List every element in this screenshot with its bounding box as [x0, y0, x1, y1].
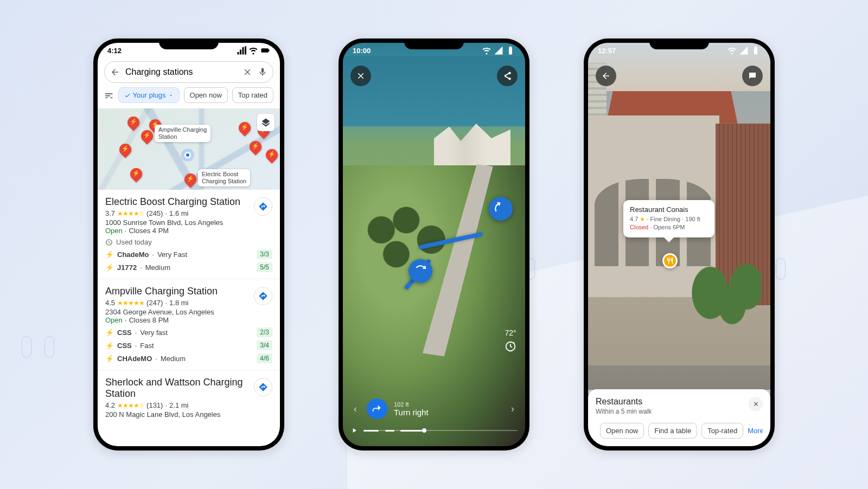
- back-button[interactable]: [596, 66, 616, 86]
- nav-instruction-bar: ‹ 102 ft Turn right ›: [350, 398, 518, 419]
- clear-icon[interactable]: [242, 67, 252, 77]
- battery-icon: [751, 46, 761, 55]
- directions-icon: [258, 291, 268, 301]
- filter-open-now[interactable]: Open now: [184, 87, 228, 103]
- plug-row: ⚡ChadeMo · Very Fast 3/3: [105, 249, 272, 259]
- route-arrow-icon: [409, 259, 432, 283]
- map-pin[interactable]: [263, 146, 280, 163]
- plug-row: ⚡CSS · Very fast 2/3: [105, 327, 272, 337]
- result-item[interactable]: Sherlock and Wattson Charging Station 4.…: [98, 370, 280, 425]
- result-address: 1000 Sunrise Town Blvd, Los Angeles: [105, 218, 272, 227]
- more-filters-link[interactable]: More: [748, 427, 763, 435]
- wifi-icon: [248, 46, 258, 55]
- directions-button[interactable]: [254, 378, 272, 396]
- map-pin[interactable]: [182, 171, 199, 188]
- directions-icon: [258, 202, 268, 211]
- wifi-icon: [482, 46, 492, 55]
- tune-icon[interactable]: [104, 91, 114, 100]
- map-label-ampville[interactable]: Ampville Charging Station: [155, 125, 210, 142]
- layers-button[interactable]: [257, 114, 275, 131]
- svg-rect-3: [510, 47, 512, 48]
- prev-step-button[interactable]: ‹: [350, 400, 360, 418]
- place-tooltip[interactable]: Restaurant Conais 4.7 ★ · Fine Dining · …: [623, 200, 714, 237]
- filter-row: Your plugs Open now Top rated: [98, 87, 280, 108]
- back-arrow-icon[interactable]: [110, 67, 120, 77]
- availability-badge: 2/3: [257, 327, 272, 337]
- bottom-sheet[interactable]: ✕ Restaurants Within a 5 min walk Open n…: [588, 389, 770, 446]
- directions-button[interactable]: [254, 197, 272, 216]
- availability-badge: 3/3: [257, 249, 272, 259]
- wifi-icon: [727, 46, 737, 55]
- map-pin[interactable]: [127, 165, 144, 182]
- route-progress[interactable]: [350, 427, 518, 434]
- sheet-title: Restaurants: [596, 397, 763, 407]
- availability-badge: 3/4: [257, 340, 272, 350]
- map-pin[interactable]: [117, 141, 133, 158]
- next-step-button[interactable]: ›: [508, 400, 518, 418]
- time-icon: [505, 340, 516, 352]
- map-pin[interactable]: [247, 138, 264, 155]
- share-button[interactable]: [497, 66, 518, 86]
- ar-place-pin[interactable]: [662, 253, 678, 268]
- result-item[interactable]: Ampville Charging Station 4.5 ★★★★★ (247…: [98, 279, 280, 370]
- restaurant-icon: [666, 257, 674, 265]
- battery-icon: [260, 46, 270, 55]
- svg-rect-1: [269, 50, 270, 52]
- bolt-icon: ⚡: [105, 263, 114, 272]
- map-label-electric[interactable]: Electric Boost Charging Station: [198, 169, 250, 186]
- map-view[interactable]: Ampville Charging Station Electric Boost…: [98, 108, 280, 190]
- back-arrow-icon: [601, 71, 611, 81]
- place-name: Restaurant Conais: [630, 205, 708, 214]
- weather-widget[interactable]: 72°: [505, 329, 516, 354]
- status-time: 10:00: [353, 47, 371, 55]
- bolt-icon: ⚡: [105, 355, 114, 363]
- signal-icon: [494, 46, 503, 55]
- status-icons: [727, 46, 761, 55]
- bolt-icon: ⚡: [105, 250, 114, 259]
- svg-rect-2: [509, 47, 512, 55]
- results-list: Electric Boost Charging Station 3.7 ★★★★…: [98, 190, 280, 446]
- status-icons: [237, 46, 270, 55]
- check-icon: [124, 92, 131, 99]
- my-location-dot: [184, 152, 191, 158]
- sheet-subtitle: Within a 5 min walk: [596, 408, 763, 415]
- phone-immersive-nav: 10:00 72° ‹ 102 ft: [339, 38, 529, 451]
- sheet-close-button[interactable]: ✕: [749, 397, 763, 411]
- search-input[interactable]: [125, 67, 237, 77]
- feedback-icon: [748, 71, 757, 81]
- availability-badge: 4/6: [257, 353, 272, 363]
- chip-find-table[interactable]: Find a table: [648, 423, 697, 439]
- map-pin[interactable]: [236, 119, 253, 136]
- nav-distance: 102 ft: [394, 401, 501, 408]
- search-bar[interactable]: [104, 61, 273, 83]
- rating-stars-icon: ★★★★☆: [117, 210, 144, 217]
- directions-button[interactable]: [254, 287, 272, 305]
- svg-rect-6: [755, 47, 757, 48]
- signal-icon: [739, 46, 749, 55]
- mic-icon[interactable]: [258, 67, 267, 77]
- availability-badge: 5/5: [257, 262, 272, 272]
- filter-top-rated[interactable]: Top rated: [232, 87, 273, 103]
- result-title: Electric Boost Charging Station: [105, 196, 272, 208]
- rating-stars-icon: ★★★★☆: [117, 402, 144, 409]
- close-button[interactable]: [350, 66, 371, 86]
- share-icon: [502, 71, 512, 81]
- signal-icon: [237, 46, 246, 55]
- chip-top-rated[interactable]: Top-rated: [701, 423, 743, 439]
- star-icon: ★: [640, 216, 645, 222]
- result-item[interactable]: Electric Boost Charging Station 3.7 ★★★★…: [98, 190, 280, 279]
- filter-your-plugs[interactable]: Your plugs: [118, 87, 180, 103]
- dropdown-icon: [168, 93, 174, 98]
- chip-open-now[interactable]: Open now: [600, 423, 644, 439]
- map-pin[interactable]: [125, 114, 142, 131]
- result-address: 2304 George Avenue, Los Angeles: [105, 308, 272, 316]
- play-icon[interactable]: [350, 427, 358, 434]
- bolt-icon: ⚡: [105, 342, 114, 350]
- status-icons: [482, 46, 515, 55]
- result-title: Ampville Charging Station: [105, 286, 272, 297]
- plug-row: ⚡J1772 · Medium 5/5: [105, 262, 272, 272]
- feedback-button[interactable]: [742, 66, 763, 86]
- result-address: 200 N Magic Lane Blvd, Los Angeles: [105, 410, 272, 419]
- rating-stars-icon: ★★★★★: [117, 299, 144, 307]
- plug-row: ⚡CSS · Fast 3/4: [105, 340, 272, 350]
